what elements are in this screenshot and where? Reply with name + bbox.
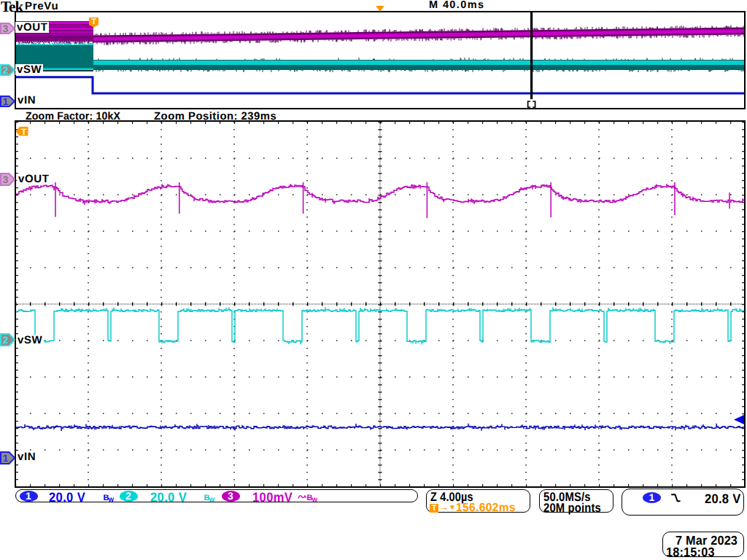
channel1-scale-value: 20.0 V: [49, 490, 85, 505]
zoom-waveform-window: T: [15, 120, 746, 488]
svg-text:T: T: [91, 18, 96, 26]
trigger-t-icon: T: [430, 504, 438, 513]
arrow-right-icon: →: [438, 501, 449, 513]
channel3-scale-value: 100mV: [252, 490, 293, 505]
channel3-name-zoom: vOUT: [17, 174, 50, 184]
svg-text:T: T: [21, 127, 27, 137]
channel3-name-overview: vOUT: [15, 22, 49, 33]
trigger-source-badge: 1: [643, 492, 661, 503]
channel1-name-overview: vIN: [16, 95, 37, 106]
channel3-badge-zoom: 3: [0, 173, 15, 186]
channel1-status-badge: 1: [20, 491, 38, 502]
triangle-down-icon: ▼: [449, 504, 456, 512]
channel2-status-badge: 2: [120, 491, 138, 502]
channel2-bandwidth-icon: BW: [204, 491, 216, 504]
channel-scales-readout: 1 20.0 V BW 2 20.0 V BW 3 100mV BW: [15, 489, 418, 503]
time-value: 18:15:03: [666, 545, 715, 560]
trigger-time-value: 156.602ms: [456, 502, 516, 515]
svg-text:2: 2: [3, 65, 9, 76]
oscilloscope-screen: Tek PreVu M 40.0ms T Zoom Factor: 10kX Z…: [0, 0, 747, 560]
trigger-slope-falling-icon: [670, 493, 681, 503]
channel1-badge-zoom: 1: [0, 451, 15, 464]
overview-waveform-window: T: [15, 11, 746, 109]
svg-text:1: 1: [3, 96, 9, 106]
zoom-timebase-readout: Z 4.00µs T→▼156.602ms: [426, 489, 530, 513]
trigger-level-value: 20.8 V: [705, 491, 741, 507]
svg-text:1: 1: [3, 453, 9, 464]
channel3-status-badge: 3: [222, 491, 240, 502]
datetime-readout: 7 Mar 2023 18:15:03: [662, 532, 744, 557]
channel1-badge-overview: 1: [0, 96, 15, 107]
channel2-name-overview: vSW: [15, 64, 43, 75]
trigger-readout: 1 20.8 V: [622, 489, 744, 516]
channel3-coupling-icon: [298, 493, 307, 501]
channel3-badge-overview: 3: [0, 23, 15, 34]
channel1-name-zoom: vIN: [16, 451, 37, 462]
trigger-time-row: T→▼156.602ms: [430, 501, 517, 511]
channel2-name-zoom: vSW: [16, 335, 44, 346]
svg-text:2: 2: [3, 335, 9, 346]
channel2-badge-zoom: 2: [0, 333, 15, 346]
channel3-bandwidth-icon: BW: [307, 491, 319, 504]
expansion-point-marker-icon: [376, 6, 384, 12]
channel2-badge-overview: 2: [0, 64, 15, 76]
record-length-value: 20M points: [543, 501, 601, 516]
main-timebase-label: M 40.0ms: [429, 0, 485, 11]
acquisition-readout: 50.0MS/s 20M points: [539, 489, 614, 513]
svg-text:3: 3: [3, 23, 9, 34]
channel1-bandwidth-icon: BW: [104, 491, 115, 504]
channel2-scale-value: 20.0 V: [150, 490, 187, 505]
svg-text:3: 3: [3, 174, 9, 185]
